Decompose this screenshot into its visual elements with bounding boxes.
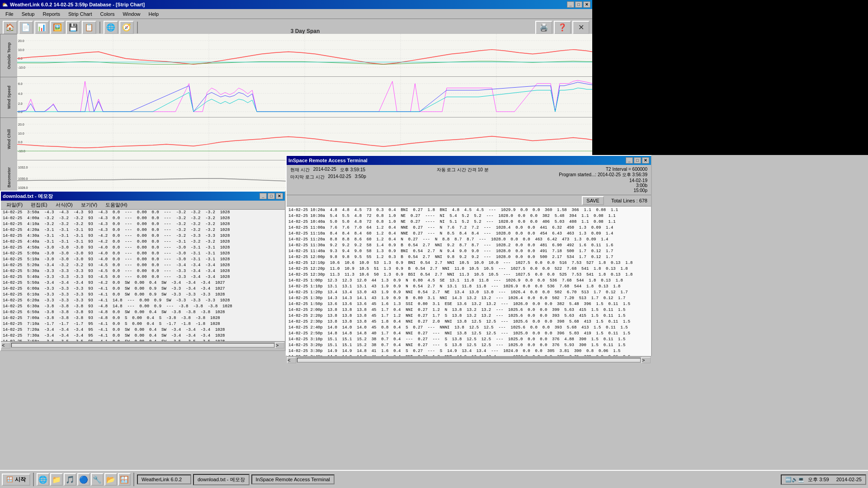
total-lines: Total Lines : 678	[611, 198, 647, 203]
menu-help[interactable]: Help	[145, 10, 163, 18]
list-item: 14-02-25 1:30p 14.3 14.3 14.1 43 1.9 0.9…	[288, 296, 650, 301]
data-table-content[interactable]: 14-02-25 3:50a -4.3 -4.3 -4.3 93 -4.3 0.…	[1, 210, 285, 341]
svg-text:2.0: 2.0	[18, 102, 23, 105]
data-table-close[interactable]: ✕	[276, 193, 283, 199]
list-item: 14-02-25 11:20a 8.8 8.8 8.6 60 1.2 0.4 N…	[288, 237, 650, 243]
table-row: 14-02-25 6:00a -3.3 -3.3 -3.3 93 -4.1 0.…	[1, 286, 285, 292]
svg-text:1032.0: 1032.0	[18, 166, 28, 169]
maximize-button[interactable]: □	[575, 1, 582, 8]
data-table-maximize[interactable]: □	[268, 193, 275, 199]
minimize-button[interactable]: _	[567, 1, 574, 8]
data-table-menu: 파일(F) 편집(E) 서식(O) 보기(V) 도움말(H)	[1, 201, 285, 210]
quicklaunch-window[interactable]: 🪟	[118, 473, 131, 486]
data-table-titlebar: download.txt - 메모장 _ □ ✕	[1, 192, 285, 201]
clock-date: 2014-02-25	[836, 477, 862, 482]
list-item: 14-02-25 11:30a 9.2 9.2 9.2 58 1.4 0.9 B…	[288, 243, 650, 249]
terminal-minimize[interactable]: _	[626, 157, 633, 164]
current-date: 2014-02-25	[313, 167, 336, 173]
taskbar-weatherlink[interactable]: WeatherLink 6.0.2	[137, 474, 191, 484]
terminal-titlebar: InSpace Remote Access Terminal _ □ ✕	[287, 156, 651, 165]
table-row: 14-02-25 7:20a -3.4 -3.4 -3.4 95 -4.1 0.…	[1, 327, 285, 333]
list-item: 14-02-25 1:00p 12.3 12.3 12.0 44 1.3 0.9…	[288, 278, 650, 284]
list-item: 14-02-25 1:50p 13.6 13.6 13.6 45 1.6 1.3…	[288, 301, 650, 307]
list-item: 14-02-25 2:30p 13.8 13.8 13.8 45 1.8 0.4…	[288, 319, 650, 325]
list-item: 14-02-25 1:10p 13.1 13.1 13.1 43 1.9 0.9…	[288, 284, 650, 290]
chart-panel-outside-temp: Outside Temp 20.0 10.0	[0, 34, 592, 77]
dt-menu-edit[interactable]: 편집(E)	[27, 201, 51, 209]
list-item: 14-02-25 3:30p 14.9 14.9 14.8 41 1.6 0.4…	[288, 348, 650, 354]
table-row: 14-02-25 7:10a -1.7 -1.7 -1.7 95 -4.1 0.…	[1, 321, 285, 327]
taskbar-download[interactable]: download.txt - 메모장	[193, 474, 250, 485]
list-item: 14-02-25 11:10a 8.4 8.4 8.4 60 1.2 0.4 N…	[288, 231, 650, 237]
quicklaunch-files[interactable]: 📂	[104, 473, 117, 486]
panel-label-wind-chill: Wind Chill	[7, 129, 11, 149]
list-item: 14-02-25 2:40p 14.0 14.0 14.0 45 0.8 0.4…	[288, 325, 650, 331]
table-row: 14-02-25 5:10a -3.0 -3.0 -3.0 93 -4.0 0.…	[1, 257, 285, 263]
list-item: 14-02-25 12:00p 9.8 9.8 9.5 55 1.2 0.3 B…	[288, 254, 650, 260]
close-button[interactable]: ✕	[583, 1, 590, 8]
time1: 14-02-19	[559, 178, 647, 183]
list-item: 14-02-25 11:00a 7.6 7.6 7.0 64 1.2 0.4 N…	[288, 225, 650, 231]
menu-window[interactable]: Window	[119, 10, 144, 18]
svg-text:0.0: 0.0	[18, 141, 23, 144]
taskbar-clock: 🔤🔊💻 오후 3:59 2014-02-25	[781, 474, 866, 485]
table-row: 14-02-25 5:20a -3.4 -3.2 -3.2 93 -4.5 0.…	[1, 263, 285, 268]
table-row: 14-02-25 6:50a -3.8 -3.8 -3.8 93 -4.8 0.…	[1, 310, 285, 315]
toolbar-btn-1[interactable]: 🏠	[3, 21, 17, 34]
last-log-time: 3:50p	[355, 174, 366, 180]
svg-text:1028.0: 1028.0	[18, 186, 28, 189]
taskbar-inspace[interactable]: InSpace Remote Access Terminal	[251, 474, 335, 484]
dt-menu-help[interactable]: 도움말(H)	[102, 201, 131, 209]
wind-chill-chart: 20.0 10.0 0.0 -10.0	[17, 117, 592, 160]
menu-file[interactable]: File	[2, 10, 17, 18]
svg-text:20.0: 20.0	[18, 123, 24, 126]
menu-setup[interactable]: Setup	[18, 10, 38, 18]
outside-temp-chart: 20.0 10.0 0.0 -10.0	[17, 34, 592, 76]
current-time: 오후 3:59:15	[340, 167, 365, 173]
data-table-minimize[interactable]: _	[259, 193, 267, 199]
menu-stripchart[interactable]: Strip Chart	[65, 10, 96, 18]
menu-colors[interactable]: Colors	[97, 10, 118, 18]
terminal-info-bar: 현재 시간 2014-02-25 오후 3:59:15 마지막 로그 시간 20…	[287, 165, 651, 195]
terminal-maximize[interactable]: □	[634, 157, 641, 164]
table-row: 14-02-25 6:20a -3.3 -3.3 -3.3 93 -4.1 14…	[1, 298, 285, 304]
quicklaunch-folder[interactable]: 📁	[50, 473, 63, 486]
strip-chart-titlebar: ⛅ WeatherLink 6.0.2 14-02-25 3:59p Datab…	[0, 0, 592, 9]
table-row: 14-02-25 6:30a -3.8 -3.8 -3.8 93 -4.8 14…	[1, 304, 285, 310]
time3: 15:00p	[559, 188, 647, 193]
list-item: 14-02-25 12:20p 11.0 10.9 10.5 51 1.3 0.…	[288, 266, 650, 272]
terminal-close[interactable]: ✕	[642, 157, 649, 164]
table-row: 14-02-25 7:00a -3.8 -3.8 -3.8 93 -4.8 0.…	[1, 315, 285, 321]
quicklaunch-music[interactable]: 🎵	[64, 473, 76, 486]
dt-menu-view[interactable]: 보기(V)	[77, 201, 101, 209]
list-item: 14-02-25 10:40a 5.0 5.0 4.8 72 0.8 1.0 N…	[288, 219, 650, 225]
data-table-scrollbar[interactable]: < >	[1, 341, 285, 348]
strip-chart-title: WeatherLink 6.0.2 14-02-25 3:59p Databas…	[10, 2, 145, 7]
menu-reports[interactable]: Reports	[39, 10, 64, 18]
quicklaunch-tools[interactable]: 🔧	[91, 473, 104, 486]
svg-text:1030.0: 1030.0	[18, 177, 28, 180]
table-row: 14-02-25 4:40a -3.1 -3.1 -3.1 93 -4.2 0.…	[1, 239, 285, 245]
save-button[interactable]: SAVE	[582, 196, 604, 205]
data-table-title-text: download.txt - 메모장	[3, 193, 53, 200]
dt-menu-file[interactable]: 파일(F)	[3, 201, 26, 209]
svg-text:-10.0: -10.0	[18, 150, 25, 153]
terminal-scrollbar[interactable]: < >	[287, 356, 651, 363]
terminal-toolbar: SAVE Total Lines : 678	[287, 195, 651, 206]
quicklaunch-chrome[interactable]: 🔵	[77, 473, 90, 486]
table-row: 14-02-25 7:30a -3.4 -3.4 -3.4 95 -4.1 0.…	[1, 333, 285, 339]
terminal-content[interactable]: 14-02-25 10:20a 4.8 4.8 4.5 73 0.3 0.4 B…	[287, 206, 651, 356]
quicklaunch-ie[interactable]: 🌐	[37, 473, 49, 486]
chart-panel-wind-speed: Wind Speed 6.0 4.0 2.0 0.0	[0, 77, 592, 117]
table-row: 14-02-25 5:50a -3.4 -3.4 -3.4 93 -4.2 0.…	[1, 280, 285, 286]
dt-menu-format[interactable]: 서식(O)	[52, 201, 76, 209]
svg-text:-10.0: -10.0	[18, 66, 25, 69]
auto-interval-value: 10	[478, 167, 483, 172]
last-log-date: 2014-02-25	[328, 174, 351, 180]
wind-speed-chart: 6.0 4.0 2.0 0.0	[17, 77, 592, 117]
start-button[interactable]: 🪟 시작	[2, 474, 30, 486]
auto-interval-unit: 분	[484, 167, 489, 172]
table-row: 14-02-25 5:30a -3.3 -3.3 -3.3 93 -4.5 0.…	[1, 268, 285, 274]
list-item: 14-02-25 10:20a 4.8 4.8 4.5 73 0.3 0.4 B…	[288, 207, 650, 213]
data-table-window: download.txt - 메모장 _ □ ✕ 파일(F) 편집(E) 서식(…	[0, 191, 286, 351]
